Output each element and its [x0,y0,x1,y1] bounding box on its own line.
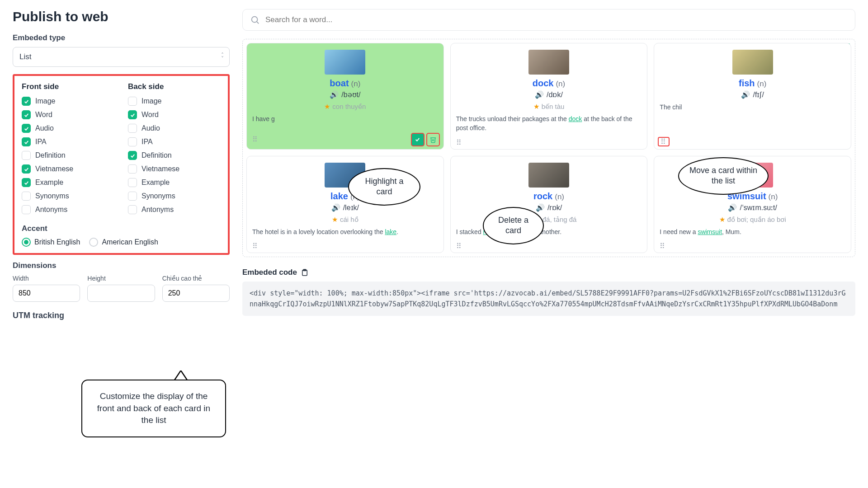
clipboard-icon[interactable] [301,268,309,277]
card-translation: ★cái hồ [252,216,438,224]
width-label: Width [13,275,80,282]
drag-handle-icon[interactable]: ⠿ [658,242,668,250]
card-word: swimsuit(n) [660,191,845,202]
card-pos: (n) [555,192,564,201]
preview-panel: AZVOCAB boat(n)🔊/bəʊt/★con thuyềnI have … [242,39,855,257]
drag-handle-icon[interactable]: ⠿ [454,139,464,146]
checkbox-label: Audio [35,124,54,132]
checkbox-row-vietnamese[interactable]: Vietnamese [128,164,221,174]
checkbox-row-image[interactable]: Image [22,97,114,106]
star-icon: ★ [324,103,330,110]
checkbox-row-audio[interactable]: Audio [128,124,221,133]
vocab-card[interactable]: lake(n)🔊/leɪk/★cái hồThe hotel is in a l… [246,156,444,253]
checkbox-row-definition[interactable]: Definition [128,151,221,160]
card-ipa: 🔊/bəʊt/ [252,90,438,99]
drag-handle-icon[interactable]: ⠿ [454,242,464,250]
checkbox-row-ipa[interactable]: IPA [22,137,114,146]
width-input[interactable] [13,285,80,302]
checkbox-label: Definition [35,151,66,160]
embedded-type-value: List [19,52,31,61]
search-bar[interactable] [242,9,855,31]
vocab-card[interactable]: fish(n)🔊/fɪʃ/The chil⠿ [654,43,851,150]
accent-american-label: American English [102,238,158,246]
audio-icon[interactable]: 🔊 [741,91,750,99]
checkbox-label: Word [142,111,159,119]
checkbox-label: Synonyms [35,192,69,200]
checkbox-icon [128,124,137,133]
checkbox-icon [128,137,137,146]
vocab-card[interactable]: boat(n)🔊/bəʊt/★con thuyềnI have g⠿ [246,43,444,150]
card-height-label: Chiều cao thẻ [162,275,230,282]
accent-american-option[interactable]: American English [89,238,158,247]
checkbox-icon [22,137,31,146]
vocab-card[interactable]: dock(n)🔊/dɒk/★bến tàuThe trucks unload t… [450,43,648,150]
audio-icon[interactable]: 🔊 [728,204,737,211]
embed-code-label: Embeded code [242,268,855,277]
card-image [732,50,773,75]
card-example: The hotel is in a lovely location overlo… [252,227,438,236]
checkbox-row-word[interactable]: Word [22,110,114,119]
card-ipa: 🔊/ˈswɪm.suːt/ [660,203,845,212]
front-side-title: Front side [22,82,114,91]
checkbox-row-example[interactable]: Example [128,178,221,187]
checkbox-icon [22,164,31,174]
audio-icon[interactable]: 🔊 [330,91,339,99]
embedded-type-select[interactable]: List ˄˅ [13,47,230,67]
chevrons-updown-icon: ˄˅ [221,53,224,61]
card-word: dock(n) [456,78,642,89]
card-ipa: 🔊/rɒk/ [456,203,642,212]
checkbox-row-vietnamese[interactable]: Vietnamese [22,164,114,174]
example-link[interactable]: swimsuit [698,228,722,235]
checkbox-row-audio[interactable]: Audio [22,124,114,133]
height-input[interactable] [87,285,155,302]
accent-british-option[interactable]: British English [22,238,80,247]
card-translation: ★bến tàu [456,103,642,111]
embedded-type-label: Embeded type [13,33,230,42]
example-link[interactable]: dock [569,115,582,122]
checkbox-row-example[interactable]: Example [22,178,114,187]
checkbox-row-ipa[interactable]: IPA [128,137,221,146]
card-translation: ★đồ bơi; quần áo bơi [660,216,845,224]
star-icon: ★ [533,103,539,110]
card-example: The trucks unload their packages at the … [456,114,642,133]
checkbox-icon [128,97,137,106]
checkbox-row-synonyms[interactable]: Synonyms [128,192,221,201]
card-word: boat(n) [252,78,438,89]
highlight-card-button[interactable] [411,133,425,146]
checkbox-label: Image [35,97,55,105]
card-pos: (n) [769,192,778,201]
drag-handle-icon[interactable]: ⠿ [658,137,670,146]
card-height-input[interactable] [162,285,230,302]
checkbox-icon [128,164,137,174]
callout-move: Move a card within the list [678,157,769,195]
audio-icon[interactable]: 🔊 [535,91,544,99]
checkbox-row-definition[interactable]: Definition [22,151,114,160]
checkbox-icon [22,110,31,119]
dimensions-label: Dimensions [13,261,230,270]
checkbox-label: Definition [142,151,172,160]
checkbox-row-antonyms[interactable]: Antonyms [22,205,114,214]
search-icon [250,15,260,25]
drag-handle-icon[interactable]: ⠿ [250,242,260,250]
vocab-card[interactable]: rock(n)🔊/rɒk/★hòn đá, tảng đáI stacked r… [450,156,648,253]
checkbox-row-image[interactable]: Image [128,97,221,106]
card-image [325,50,365,75]
delete-card-button[interactable] [426,133,440,146]
embed-code-text[interactable]: <div style="width: 100%; max-width:850px… [242,282,855,316]
utm-tracking-label: UTM tracking [13,311,230,320]
example-link[interactable]: lake [385,228,396,235]
checkbox-icon [128,110,137,119]
audio-icon[interactable]: 🔊 [536,204,545,211]
checkbox-label: Audio [142,124,160,132]
checkbox-label: Antonyms [142,206,174,214]
audio-icon[interactable]: 🔊 [331,204,340,211]
search-input[interactable] [265,15,848,24]
checkbox-icon [22,124,31,133]
card-translation: ★con thuyền [252,103,438,111]
checkbox-row-word[interactable]: Word [128,110,221,119]
checkbox-row-synonyms[interactable]: Synonyms [22,192,114,201]
checkbox-label: IPA [142,138,153,146]
checkbox-row-antonyms[interactable]: Antonyms [128,205,221,214]
card-pos: (n) [757,80,767,88]
drag-handle-icon[interactable]: ⠿ [250,136,260,143]
